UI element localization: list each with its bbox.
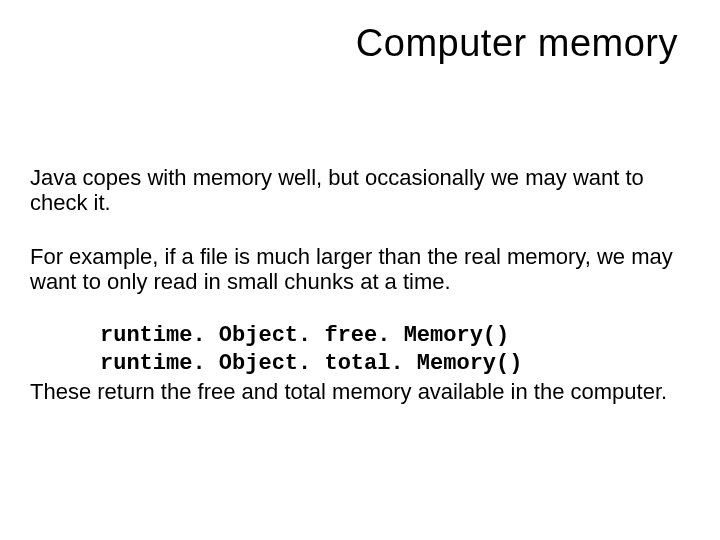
- slide: Computer memory Java copes with memory w…: [0, 0, 720, 540]
- paragraph-intro: Java copes with memory well, but occasio…: [30, 165, 690, 216]
- code-block: runtime. Object. free. Memory() runtime.…: [100, 322, 690, 377]
- slide-title: Computer memory: [30, 22, 678, 65]
- code-line-total-memory: runtime. Object. total. Memory(): [100, 350, 690, 378]
- paragraph-example: For example, if a file is much larger th…: [30, 244, 690, 295]
- paragraph-followup: These return the free and total memory a…: [30, 379, 690, 404]
- slide-body: Java copes with memory well, but occasio…: [30, 165, 690, 404]
- code-line-free-memory: runtime. Object. free. Memory(): [100, 322, 690, 350]
